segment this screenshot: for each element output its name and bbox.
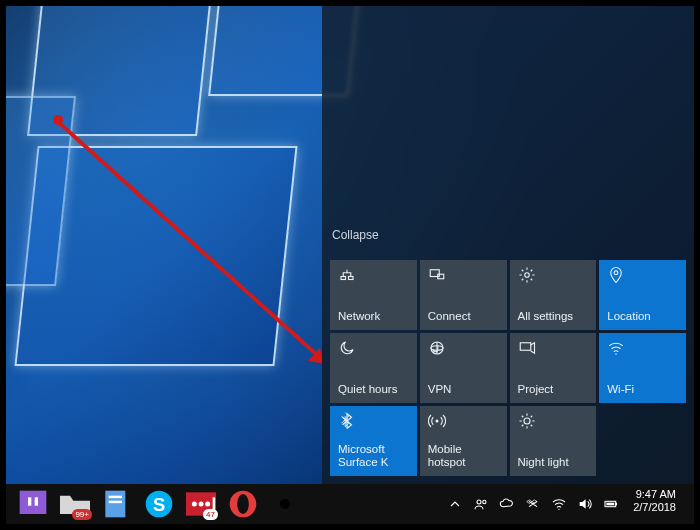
- skype-icon: S: [138, 484, 180, 524]
- dropbox-icon[interactable]: [525, 496, 541, 512]
- bluetooth-icon: [338, 412, 356, 430]
- screenshot-frame: Collapse NetworkConnectAll settingsLocat…: [6, 6, 694, 524]
- svg-point-9: [616, 353, 618, 355]
- svg-point-4: [524, 273, 529, 278]
- badge: 47: [203, 509, 218, 520]
- taskbar-clock[interactable]: 9:47 AM 2/7/2018: [625, 484, 684, 524]
- clock-date: 2/7/2018: [633, 501, 676, 514]
- action-center-button[interactable]: [684, 484, 694, 524]
- opera-icon: [222, 484, 264, 524]
- quick-action-bluetooth[interactable]: Microsoft Surface K: [330, 406, 417, 476]
- svg-point-28: [477, 500, 481, 504]
- quick-action-all-settings[interactable]: All settings: [510, 260, 597, 330]
- quick-action-location[interactable]: Location: [599, 260, 686, 330]
- connect-icon: [428, 266, 446, 284]
- quick-action-night-light[interactable]: Night light: [510, 406, 597, 476]
- svg-rect-33: [607, 503, 615, 506]
- location-icon: [607, 266, 625, 284]
- taskbar-item-opera[interactable]: [222, 484, 264, 524]
- quick-action-label: Mobile hotspot: [428, 443, 499, 469]
- onedrive-icon[interactable]: [499, 496, 515, 512]
- svg-rect-17: [109, 501, 122, 504]
- svg-rect-14: [35, 497, 38, 505]
- quick-action-grid: NetworkConnectAll settingsLocationQuiet …: [330, 260, 686, 476]
- quick-action-label: Connect: [428, 310, 499, 323]
- svg-point-27: [280, 499, 290, 509]
- taskbar-item-files[interactable]: 99+: [54, 484, 96, 524]
- moon-icon: [338, 339, 356, 357]
- volume-icon[interactable]: [577, 496, 593, 512]
- taskbar: 99+ S 47: [6, 484, 694, 524]
- quick-action-wifi[interactable]: Wi-Fi: [599, 333, 686, 403]
- taskbar-item-twitch[interactable]: [12, 484, 54, 524]
- taskbar-item-settings[interactable]: [264, 484, 306, 524]
- quick-action-project[interactable]: Project: [510, 333, 597, 403]
- quick-action-quiet-hours[interactable]: Quiet hours: [330, 333, 417, 403]
- wifi-tray-icon[interactable]: [551, 496, 567, 512]
- quick-action-label: Location: [607, 310, 678, 323]
- quick-action-mobile-hotspot[interactable]: Mobile hotspot: [420, 406, 507, 476]
- tray-overflow-chevron[interactable]: [447, 496, 463, 512]
- quick-action-vpn[interactable]: VPN: [420, 333, 507, 403]
- gear-icon: [518, 266, 536, 284]
- hotspot-icon: [428, 412, 446, 430]
- svg-rect-13: [28, 497, 31, 505]
- svg-rect-0: [341, 277, 346, 280]
- svg-rect-16: [109, 496, 122, 499]
- svg-point-5: [614, 271, 618, 275]
- svg-point-22: [199, 502, 204, 507]
- svg-point-21: [192, 502, 197, 507]
- svg-point-26: [237, 494, 249, 514]
- quick-action-label: Project: [518, 383, 589, 396]
- taskbar-item-notepad[interactable]: [96, 484, 138, 524]
- svg-text:S: S: [153, 494, 165, 515]
- quick-action-label: VPN: [428, 383, 499, 396]
- svg-rect-15: [105, 491, 125, 518]
- taskbar-pinned-apps: 99+ S 47: [6, 484, 306, 524]
- quick-action-label: Night light: [518, 456, 589, 469]
- annotation-arrow: [53, 115, 63, 125]
- svg-point-29: [483, 500, 486, 503]
- sun-icon: [518, 412, 536, 430]
- quick-action-label: Microsoft Surface K: [338, 443, 409, 469]
- badge: 99+: [72, 509, 92, 520]
- gear-icon: [264, 484, 306, 524]
- action-center-panel: Collapse NetworkConnectAll settingsLocat…: [322, 6, 694, 484]
- svg-rect-12: [20, 491, 47, 514]
- twitch-icon: [12, 484, 54, 524]
- svg-point-10: [435, 420, 438, 423]
- vpn-icon: [428, 339, 446, 357]
- quick-action-label: All settings: [518, 310, 589, 323]
- svg-rect-32: [616, 503, 617, 506]
- svg-point-30: [559, 509, 560, 510]
- people-icon[interactable]: [473, 496, 489, 512]
- svg-rect-1: [349, 277, 354, 280]
- svg-point-11: [524, 418, 530, 424]
- taskbar-item-lastpass[interactable]: 47: [180, 484, 222, 524]
- quick-action-label: Wi-Fi: [607, 383, 678, 396]
- network-icon: [338, 266, 356, 284]
- collapse-link[interactable]: Collapse: [332, 228, 379, 242]
- quick-action-connect[interactable]: Connect: [420, 260, 507, 330]
- quick-action-label: Network: [338, 310, 409, 323]
- system-tray: [441, 484, 625, 524]
- battery-icon[interactable]: [603, 496, 619, 512]
- project-icon: [518, 339, 536, 357]
- quick-action-network[interactable]: Network: [330, 260, 417, 330]
- clock-time: 9:47 AM: [633, 488, 676, 501]
- wifi-icon: [607, 339, 625, 357]
- taskbar-spacer: [306, 484, 441, 524]
- note-icon: [96, 484, 138, 524]
- svg-point-23: [205, 502, 210, 507]
- quick-action-label: Quiet hours: [338, 383, 409, 396]
- taskbar-item-skype[interactable]: S: [138, 484, 180, 524]
- svg-rect-8: [520, 343, 531, 351]
